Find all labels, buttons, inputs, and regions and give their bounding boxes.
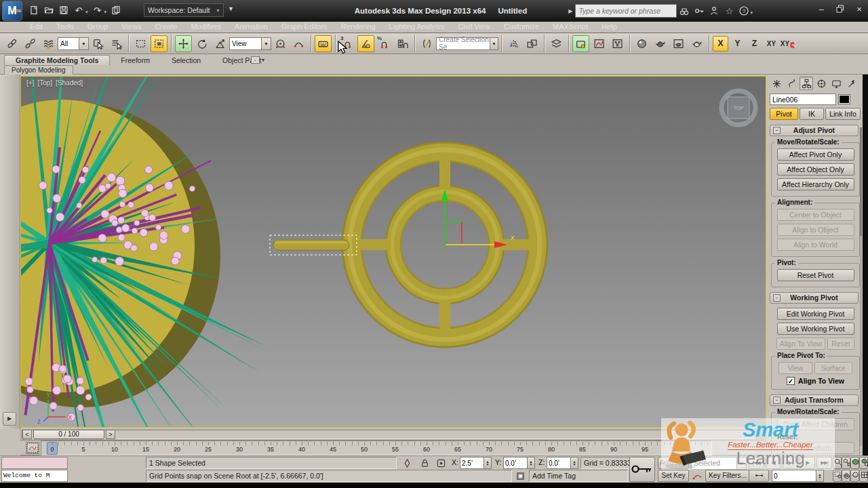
time-tag-icon[interactable] [514,470,526,482]
curve-editor-icon[interactable] [591,35,608,52]
snap-toggle-3d-icon[interactable]: 3 [339,35,356,52]
undo-flyout-icon[interactable]: ▾ [85,9,88,15]
menu-create[interactable]: Create [148,22,184,33]
menu-views[interactable]: Views [115,22,148,33]
edit-working-pivot-button[interactable]: Edit Working Pivot [777,308,854,320]
search-binoculars-icon[interactable] [677,3,692,18]
select-and-move-icon[interactable] [175,35,192,52]
ribbon-tab-freeform[interactable]: Freeform [110,56,161,65]
spinner-icon[interactable]: ▲▼ [816,470,824,482]
minimize-button[interactable]: – [814,3,829,15]
object-color-swatch[interactable] [839,95,850,104]
zoom-region-icon[interactable] [833,470,842,482]
rollout-adjust-transform[interactable]: -Adjust Transform [770,394,859,406]
panel-scrollbar[interactable] [860,127,862,446]
align-to-world-button[interactable]: Align to World [777,239,854,251]
time-slider-track[interactable] [22,430,754,439]
use-working-pivot-button[interactable]: Use Working Pivot [777,323,854,335]
y-coord-field[interactable]: ▲▼ [503,457,535,469]
menu-customize[interactable]: Customize [497,22,546,33]
track-bar-ruler[interactable]: 0510152025303540455055606570758085909510… [41,441,712,455]
viewport-menu-general[interactable]: [+] [26,79,34,87]
spinner-icon[interactable]: ▲▼ [528,457,535,469]
time-slider-handle[interactable]: 0 / 100 [33,430,104,439]
schematic-view-icon[interactable] [609,35,626,52]
axis-constraint-z-button[interactable]: Z [747,36,762,52]
place-surface-button[interactable]: Surface [814,362,852,374]
pan-hand-icon[interactable] [842,470,850,482]
modify-tab-icon[interactable] [785,77,798,90]
auto-key-button[interactable]: Auto Key [658,457,689,469]
render-production-icon[interactable] [688,35,705,52]
orbit-icon[interactable] [850,470,859,482]
utilities-tab-icon[interactable] [844,77,858,90]
place-view-button[interactable]: View [778,362,812,374]
close-button[interactable]: × [852,3,867,15]
spinner-icon[interactable]: ▲▼ [484,457,492,469]
select-and-rotate-icon[interactable] [193,35,210,52]
bind-to-space-warp-icon[interactable] [40,35,57,52]
help-flyout-icon[interactable]: ▾ [750,10,753,16]
rectangular-selection-region-icon[interactable] [132,35,149,52]
keyframe-key-icon[interactable] [400,457,414,469]
rendered-frame-window-icon[interactable] [670,35,687,52]
axis-constraint-xy-flyout-button[interactable]: XY🧲 [781,36,796,52]
restore-button[interactable] [833,3,848,15]
expand-panel-icon[interactable]: ▶ [3,412,16,426]
select-and-scale-icon[interactable] [212,35,229,52]
set-key-button[interactable]: Set Key [658,470,689,482]
display-tab-icon[interactable] [829,77,843,90]
menu-animation[interactable]: Animation [228,22,275,33]
graphite-ribbon-toggle-icon[interactable] [572,35,589,52]
scrollbar-thumb[interactable] [860,127,862,236]
ribbon-minimize-icon[interactable]: ▫ [251,56,260,64]
keyboard-shortcut-override-icon[interactable] [315,35,332,52]
angle-snap-icon[interactable] [357,35,374,52]
previous-frame-button[interactable]: < [22,430,32,439]
set-keys-button[interactable] [629,457,655,482]
select-object-icon[interactable] [90,35,106,52]
menu-rendering[interactable]: Rendering [334,22,382,33]
use-pivot-point-center-icon[interactable] [272,35,289,52]
x-coord-input[interactable] [460,457,484,469]
ik-tab-button[interactable]: IK [800,108,824,120]
zoom-extents-all-icon[interactable] [859,457,868,469]
previous-frame-icon[interactable]: ◀| [766,457,781,469]
create-tab-icon[interactable] [770,77,783,90]
reset-button[interactable]: Reset [827,338,854,350]
axis-constraint-xy-button[interactable]: XY [764,36,779,52]
go-to-end-icon[interactable]: ▶▶| [816,457,832,469]
absolute-offset-toggle-icon[interactable] [434,457,448,469]
affect-pivot-only-button[interactable]: Affect Pivot Only [777,148,854,161]
center-to-object-button[interactable]: Center to Object [777,209,854,221]
communication-center-icon[interactable] [707,3,722,18]
viewport-top[interactable]: x y x z TOP [+] [Top] [Shaded] [20,76,766,428]
menu-lighting-analysis[interactable]: Lighting Analysis [382,22,452,33]
zoom-all-icon[interactable] [842,457,850,469]
transform-reset-button[interactable]: Transform [777,442,854,454]
selected-filter-dropdown[interactable]: Selected▼ [691,457,747,470]
layer-manager-icon[interactable] [548,35,565,52]
add-time-tag[interactable]: Add Time Tag [529,470,628,482]
app-logo[interactable]: M3DS [2,1,22,21]
collapse-icon[interactable]: - [773,396,781,404]
spinner-snap-icon[interactable] [394,35,411,52]
menu-edit[interactable]: Edit [23,22,50,33]
reset-pivot-button[interactable]: Reset Pivot [777,269,854,281]
dont-affect-children-button[interactable]: Don't Affect Children [777,418,854,430]
y-coord-input[interactable] [503,457,528,469]
rollout-adjust-pivot[interactable]: -Adjust Pivot [770,125,859,136]
unlink-selection-icon[interactable] [22,35,39,52]
ribbon-tab-selection[interactable]: Selection [161,56,212,65]
open-file-icon[interactable] [42,3,56,17]
menu-civil-view[interactable]: Civil View [452,22,497,33]
maximize-viewport-icon[interactable] [859,470,868,482]
z-coord-field[interactable]: ▲▼ [547,457,578,469]
search-input[interactable] [575,4,677,18]
rollout-working-pivot[interactable]: -Working Pivot [770,292,859,304]
redo-flyout-icon[interactable]: ▾ [104,9,107,15]
key-mode-toggle-icon[interactable]: ⇤⇥ [749,470,769,482]
viewport-menu-shading[interactable]: [Shaded] [56,79,83,87]
save-file-icon[interactable] [57,3,71,17]
x-coord-field[interactable]: ▲▼ [460,457,492,469]
